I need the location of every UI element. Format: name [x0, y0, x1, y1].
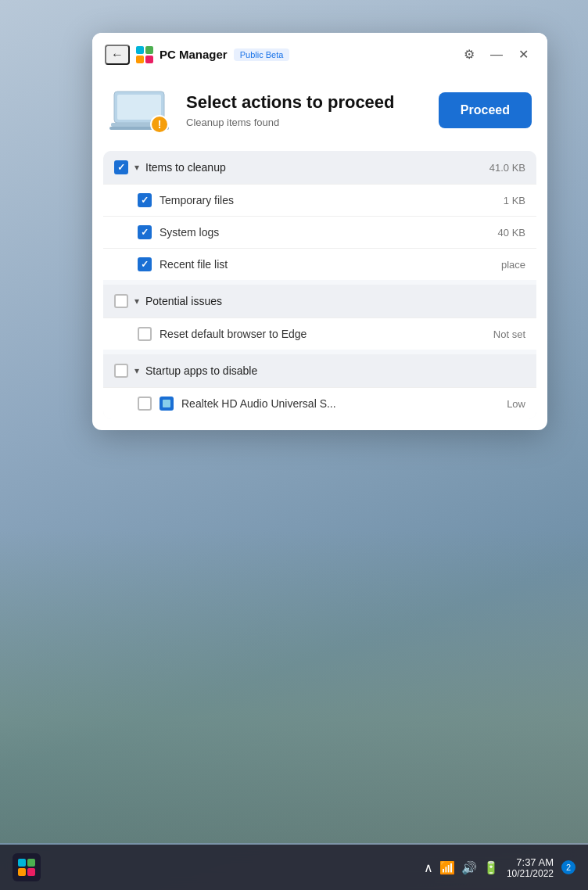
close-button[interactable]: ✕: [512, 44, 535, 65]
system-logs-checkbox[interactable]: [138, 225, 152, 239]
taskbar-datetime[interactable]: 7:37 AM 10/21/2022: [507, 856, 554, 879]
temp-files-item: Temporary files 1 KB: [103, 184, 536, 216]
startup-section-header[interactable]: ▾ Startup apps to disable: [103, 354, 536, 387]
background-landscape: [0, 530, 588, 843]
window-controls: ⚙ — ✕: [457, 44, 535, 65]
battery-icon: 🔋: [483, 860, 499, 875]
potential-label: Potential issues: [145, 295, 519, 307]
taskbar-date: 10/21/2022: [507, 868, 554, 879]
taskbar-time: 7:37 AM: [507, 856, 554, 868]
startup-chevron: ▾: [134, 365, 139, 376]
settings-button[interactable]: ⚙: [457, 44, 481, 65]
realtek-value: Low: [507, 398, 525, 410]
minimize-button[interactable]: —: [484, 44, 509, 65]
potential-checkbox[interactable]: [114, 294, 128, 308]
recent-files-checkbox[interactable]: [138, 257, 152, 271]
items-container: ▾ Items to cleanup 41.0 KB Temporary fil…: [103, 151, 536, 419]
realtek-label: Realtek HD Audio Universal S...: [181, 397, 499, 410]
browser-reset-item: Reset default browser to Edge Not set: [103, 318, 536, 350]
recent-files-label: Recent file list: [160, 258, 493, 271]
system-logs-label: System logs: [160, 226, 490, 239]
cleanup-value: 41.0 KB: [489, 162, 525, 174]
taskbar-pc-manager-icon[interactable]: [13, 853, 41, 881]
browser-reset-label: Reset default browser to Edge: [160, 328, 486, 340]
laptop-icon-container: !: [108, 85, 170, 135]
recent-files-value: place: [501, 259, 525, 271]
startup-label: Startup apps to disable: [145, 364, 519, 377]
volume-icon: 🔊: [461, 860, 477, 875]
app-logo: [136, 46, 153, 63]
title-bar: ← PC Manager Public Beta ⚙ — ✕: [92, 33, 547, 73]
browser-reset-value: Not set: [493, 328, 525, 340]
app-title: PC Manager: [160, 48, 228, 61]
header-text: Select actions to proceed Cleanup items …: [186, 92, 423, 127]
header-subtitle: Cleanup items found: [186, 117, 423, 128]
potential-section-header[interactable]: ▾ Potential issues: [103, 285, 536, 318]
potential-chevron: ▾: [134, 296, 139, 307]
system-logs-value: 40 KB: [498, 227, 525, 239]
proceed-button[interactable]: Proceed: [439, 92, 532, 128]
cleanup-section-header[interactable]: ▾ Items to cleanup 41.0 KB: [103, 151, 536, 184]
cleanup-checkbox[interactable]: [114, 160, 128, 174]
recent-files-item: Recent file list place: [103, 248, 536, 280]
pc-manager-grid-icon: [18, 859, 35, 876]
temp-files-label: Temporary files: [160, 194, 496, 206]
wifi-icon: 📶: [439, 860, 455, 875]
main-window: ← PC Manager Public Beta ⚙ — ✕ ! Select …: [92, 33, 547, 430]
notification-badge[interactable]: 2: [561, 860, 575, 874]
startup-checkbox[interactable]: [114, 364, 128, 378]
taskbar-system-icons: ∧ 📶 🔊 🔋: [424, 860, 499, 875]
chevron-up-icon[interactable]: ∧: [424, 860, 433, 875]
temp-files-value: 1 KB: [504, 195, 525, 206]
cleanup-chevron: ▾: [134, 162, 139, 173]
back-button[interactable]: ←: [105, 45, 130, 65]
taskbar-left: [13, 853, 41, 881]
beta-badge: Public Beta: [234, 48, 290, 61]
taskbar: ∧ 📶 🔊 🔋 7:37 AM 10/21/2022 2: [0, 845, 588, 890]
realtek-checkbox[interactable]: [138, 397, 152, 411]
system-logs-item: System logs 40 KB: [103, 216, 536, 248]
browser-reset-checkbox[interactable]: [138, 327, 152, 341]
cleanup-label: Items to cleanup: [145, 161, 483, 174]
warning-badge: !: [150, 115, 169, 134]
realtek-app-icon: [160, 397, 174, 411]
taskbar-right: ∧ 📶 🔊 🔋 7:37 AM 10/21/2022 2: [424, 856, 575, 879]
header-title: Select actions to proceed: [186, 92, 423, 113]
temp-files-checkbox[interactable]: [138, 193, 152, 207]
realtek-item: Realtek HD Audio Universal S... Low: [103, 387, 536, 419]
header-section: ! Select actions to proceed Cleanup item…: [92, 73, 547, 151]
